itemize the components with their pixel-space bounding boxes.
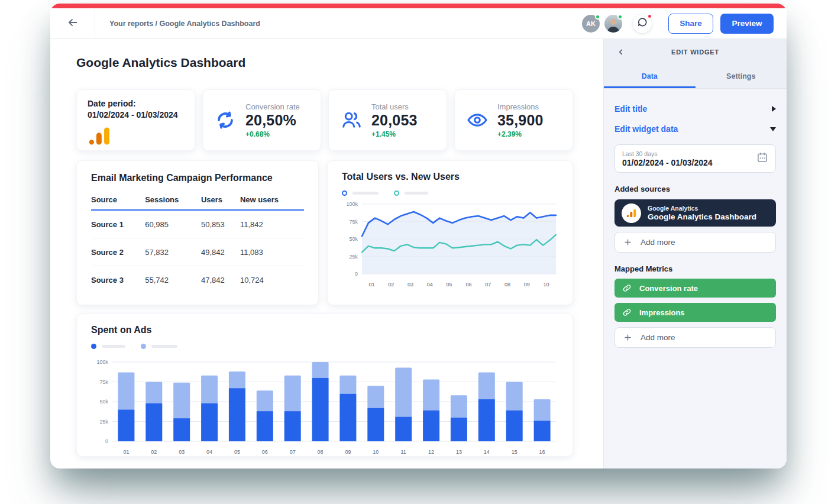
table-cell: 50,853 xyxy=(201,210,240,238)
google-analytics-logo-icon xyxy=(88,127,184,148)
edit-title-row[interactable]: Edit title xyxy=(614,104,776,114)
share-button[interactable]: Share xyxy=(668,14,713,34)
bar-chart-title: Spent on Ads xyxy=(91,325,558,335)
legend-placeholder-bar xyxy=(352,192,379,195)
bar-chart-card[interactable]: Spent on Ads 025k50k75k100k0102030405060… xyxy=(76,314,573,457)
table-header-row: SourceSessionsUsersNew users xyxy=(91,190,304,210)
panel-back-button[interactable] xyxy=(617,39,625,65)
table-cell: Source 3 xyxy=(91,266,145,294)
back-button[interactable] xyxy=(50,8,95,38)
table-cell: 49,842 xyxy=(201,238,240,266)
legend-item xyxy=(91,344,125,349)
impressions-card[interactable]: Impressions 35,900 +2.39% xyxy=(454,89,573,151)
table-column-header: New users xyxy=(240,190,304,210)
legend-item xyxy=(141,344,177,349)
table-cell: 10,724 xyxy=(240,266,304,294)
conversion-rate-card[interactable]: Conversion rate 20,50% +0.68% xyxy=(202,89,321,151)
top-bar: Your reports / Google Analytics Dashboar… xyxy=(50,8,787,39)
date-range-picker[interactable]: Last 30 days 01/02/2024 - 01/03/2024 xyxy=(614,144,776,173)
svg-text:04: 04 xyxy=(427,282,433,287)
svg-text:05: 05 xyxy=(234,449,240,455)
svg-text:25k: 25k xyxy=(99,419,108,425)
svg-text:10: 10 xyxy=(544,282,549,287)
kpi-value: 35,900 xyxy=(497,112,544,129)
table-cell: 11,083 xyxy=(240,238,304,266)
metric-chip-label: Conversion rate xyxy=(639,284,698,293)
legend-item xyxy=(394,190,428,196)
report-canvas: Google Analytics Dashboard Date period: … xyxy=(50,39,603,469)
bar-chart: 025k50k75k100k01020304050607080910111213… xyxy=(91,357,559,457)
avatar-initials[interactable]: AK xyxy=(582,15,600,33)
breadcrumb[interactable]: Your reports / Google Analytics Dashboar… xyxy=(109,20,260,28)
total-users-card[interactable]: Total users 20,053 +1.45% xyxy=(328,89,447,151)
preview-button[interactable]: Preview xyxy=(720,14,774,34)
table-cell: Source 2 xyxy=(91,238,145,266)
date-period-card[interactable]: Date period: 01/02/2024 - 01/03/2024 xyxy=(76,89,195,151)
svg-text:11: 11 xyxy=(401,449,406,455)
svg-text:14: 14 xyxy=(484,449,490,455)
svg-text:08: 08 xyxy=(318,449,324,455)
tab-settings[interactable]: Settings xyxy=(696,65,787,88)
line-chart-card[interactable]: Total Users vs. New Users 025k50k75k100k… xyxy=(327,160,573,305)
metric-chip-impressions[interactable]: Impressions xyxy=(614,303,776,322)
table-title: Email Marketing Campaign Performance xyxy=(91,173,304,183)
chevron-down-icon xyxy=(770,127,776,131)
svg-text:15: 15 xyxy=(512,449,518,455)
tab-data[interactable]: Data xyxy=(604,65,696,88)
svg-text:75k: 75k xyxy=(99,379,108,385)
table-row: Source 355,74247,84210,724 xyxy=(91,266,304,294)
edit-title-label: Edit title xyxy=(614,104,647,114)
campaign-table: SourceSessionsUsersNew users Source 160,… xyxy=(91,190,304,293)
svg-text:100k: 100k xyxy=(96,359,108,365)
svg-text:25k: 25k xyxy=(349,254,358,260)
table-cell: 47,842 xyxy=(201,266,240,294)
chevron-right-icon xyxy=(772,106,776,112)
link-icon xyxy=(622,283,632,293)
chat-bubble-icon xyxy=(637,17,648,30)
panel-title: EDIT WIDGET xyxy=(604,49,787,56)
legend-placeholder-bar xyxy=(151,345,177,348)
kpi-delta: +2.39% xyxy=(497,130,544,138)
table-cell: 55,742 xyxy=(145,266,201,294)
line-chart: 025k50k75k100k01020304050607080910 xyxy=(342,199,559,289)
users-icon xyxy=(339,109,363,131)
legend-swatch-teal xyxy=(394,190,399,196)
edit-widget-data-label: Edit widget data xyxy=(614,124,678,134)
edit-widget-panel: EDIT WIDGET Data Settings Edit title Edi… xyxy=(603,39,787,469)
table-column-header: Sessions xyxy=(145,190,201,210)
metric-chip-conversion-rate[interactable]: Conversion rate xyxy=(614,279,776,298)
avatar-photo[interactable] xyxy=(604,15,622,33)
svg-text:01: 01 xyxy=(368,282,374,287)
table-cell: Source 1 xyxy=(91,210,145,238)
edit-widget-data-row[interactable]: Edit widget data xyxy=(614,124,776,134)
svg-text:01: 01 xyxy=(123,449,129,455)
page-title: Google Analytics Dashboard xyxy=(76,56,575,70)
campaign-performance-card[interactable]: Email Marketing Campaign Performance Sou… xyxy=(76,160,319,305)
date-period-label: Date period: xyxy=(88,99,184,108)
source-card-google-analytics[interactable]: Google Analytics Google Analytics Dashbo… xyxy=(614,199,776,227)
table-column-header: Users xyxy=(201,190,240,210)
date-picker-value: 01/02/2024 - 01/03/2024 xyxy=(622,158,713,167)
svg-text:08: 08 xyxy=(504,282,510,287)
online-status-dot xyxy=(595,14,600,20)
table-column-header: Source xyxy=(91,190,145,210)
kpi-label: Impressions xyxy=(497,102,544,111)
svg-text:09: 09 xyxy=(524,282,530,287)
chat-button[interactable] xyxy=(633,14,652,33)
add-source-button[interactable]: Add more xyxy=(614,232,776,253)
svg-text:05: 05 xyxy=(447,282,452,287)
kpi-label: Total users xyxy=(371,102,418,111)
kpi-value: 20,50% xyxy=(245,112,300,129)
svg-text:09: 09 xyxy=(345,449,351,455)
table-cell: 57,832 xyxy=(145,238,201,266)
window-accent-bar xyxy=(50,4,787,8)
calendar-icon xyxy=(756,151,768,166)
plus-icon xyxy=(623,333,632,342)
kpi-delta: +0.68% xyxy=(245,130,300,138)
plus-icon xyxy=(623,238,632,247)
svg-text:06: 06 xyxy=(465,282,471,287)
add-metric-button[interactable]: Add more xyxy=(614,327,776,348)
legend-placeholder-bar xyxy=(102,345,125,348)
bar-chart-legend xyxy=(91,344,558,349)
svg-text:02: 02 xyxy=(388,282,394,287)
